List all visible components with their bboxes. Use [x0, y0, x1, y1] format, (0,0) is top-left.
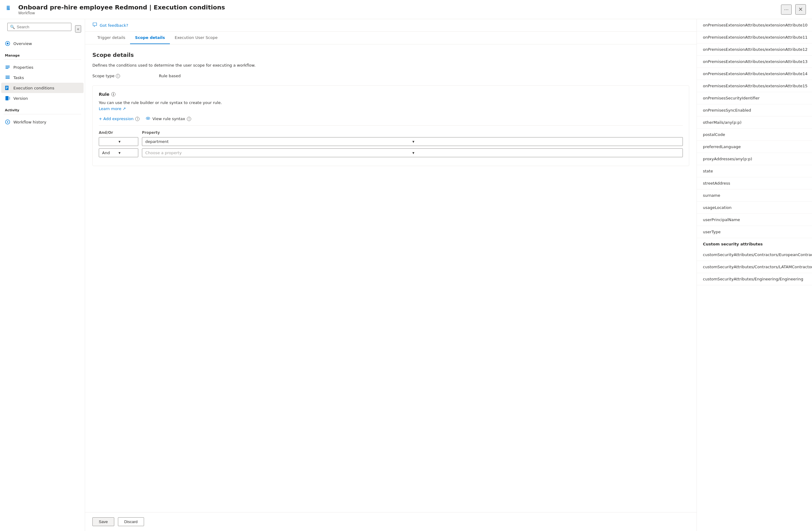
dropdown-item[interactable]: streetAddress: [697, 177, 812, 190]
dropdown-item[interactable]: preferredLanguage: [697, 141, 812, 153]
workflow-icon: [6, 5, 15, 14]
svg-rect-2: [7, 7, 10, 8]
sidebar-item-execution-conditions[interactable]: Execution conditions: [1, 83, 84, 93]
manage-nav: Properties Tasks Execution conditions: [0, 62, 85, 93]
and-or-select-1[interactable]: ▾: [99, 137, 138, 146]
properties-icon: [5, 65, 10, 70]
tasks-icon: [5, 75, 10, 80]
property-select-2[interactable]: Choose a property ▾: [142, 149, 683, 157]
dropdown-item[interactable]: onPremisesExtensionAttributes/extensionA…: [697, 19, 812, 31]
svg-point-22: [147, 118, 149, 119]
dropdown-item[interactable]: usageLocation: [697, 201, 812, 214]
save-button[interactable]: Save: [92, 517, 114, 526]
header-subtitle: Workflow: [18, 11, 777, 15]
dropdown-item[interactable]: userPrincipalName: [697, 214, 812, 226]
tasks-label: Tasks: [13, 75, 24, 80]
execution-conditions-label: Execution conditions: [13, 86, 54, 90]
add-expression-button[interactable]: + Add expression i: [99, 116, 140, 121]
property-dropdown-panel: onPremisesExtensionAttributes/extensionA…: [697, 19, 812, 531]
scope-type-label: Scope type i: [92, 74, 120, 78]
feedback-bar: Got feedback?: [85, 19, 697, 32]
svg-rect-4: [7, 9, 9, 10]
property-select-1[interactable]: department ▾: [142, 137, 683, 146]
header-main-title: Onboard pre-hire employee Redmond | Exec…: [18, 4, 777, 11]
tab-execution-user-scope[interactable]: Execution User Scope: [170, 32, 222, 44]
dropdown-item[interactable]: onPremisesExtensionAttributes/extensionA…: [697, 56, 812, 68]
dropdown-item[interactable]: onPremisesSyncEnabled: [697, 104, 812, 116]
version-nav: Version: [0, 93, 85, 103]
tab-scope-details[interactable]: Scope details: [130, 32, 170, 44]
version-label: Version: [13, 96, 28, 101]
svg-rect-3: [7, 8, 10, 9]
sidebar-item-workflow-history[interactable]: Workflow history: [1, 117, 84, 127]
scope-type-info-icon: i: [116, 74, 120, 78]
dropdown-item[interactable]: surname: [697, 190, 812, 201]
tab-trigger-details[interactable]: Trigger details: [92, 32, 130, 44]
scope-type-row: Scope type i Rule based: [92, 74, 689, 78]
rule-description: You can use the rule builder or rule syn…: [99, 100, 683, 105]
sidebar-item-version[interactable]: Version: [1, 93, 84, 103]
sidebar-item-overview[interactable]: Overview: [1, 38, 84, 48]
svg-point-6: [7, 43, 9, 44]
search-box: 🔍: [7, 23, 71, 31]
discard-button[interactable]: Discard: [118, 517, 144, 526]
rule-section: Rule i You can use the rule builder or r…: [92, 85, 689, 166]
sidebar-item-properties[interactable]: Properties: [1, 62, 84, 72]
dropdown-item[interactable]: proxyAddresses/any(p:p): [697, 153, 812, 165]
dropdown-section-header: Custom security attributes: [697, 238, 812, 249]
svg-rect-16: [6, 88, 7, 89]
sidebar-nav: Overview: [0, 38, 85, 48]
svg-rect-9: [5, 68, 9, 69]
rule-row: ▾ department ▾: [99, 137, 683, 146]
dropdown-item[interactable]: userType: [697, 226, 812, 238]
svg-rect-1: [7, 6, 10, 7]
svg-rect-17: [5, 96, 9, 100]
dropdown-item[interactable]: onPremisesExtensionAttributes/extensionA…: [697, 31, 812, 43]
chevron-down-icon: ▾: [412, 151, 680, 155]
dropdown-item[interactable]: otherMails/any(p:p): [697, 116, 812, 129]
sidebar: 🔍 « Overview Manage: [0, 19, 85, 531]
execution-conditions-icon: [5, 85, 10, 90]
dropdown-item[interactable]: onPremisesExtensionAttributes/extensionA…: [697, 43, 812, 56]
rule-info-icon: i: [111, 92, 115, 96]
dropdown-item[interactable]: state: [697, 165, 812, 177]
dropdown-item[interactable]: postalCode: [697, 129, 812, 141]
manage-section-label: Manage: [0, 48, 85, 59]
eye-icon: [146, 116, 150, 122]
svg-rect-18: [9, 97, 10, 100]
scope-type-value: Rule based: [159, 74, 181, 78]
dropdown-item[interactable]: onPremisesExtensionAttributes/extensionA…: [697, 80, 812, 92]
and-or-select-2[interactable]: And ▾: [99, 149, 138, 157]
collapse-sidebar-button[interactable]: «: [75, 25, 81, 32]
feedback-icon: [92, 22, 97, 28]
body: 🔍 « Overview Manage: [0, 19, 812, 531]
scope-description: Defines the conditions used to determine…: [92, 63, 689, 68]
external-link-icon: ↗: [122, 107, 126, 111]
search-input[interactable]: [17, 25, 69, 29]
chevron-down-icon: ▾: [412, 139, 680, 144]
app-container: Onboard pre-hire employee Redmond | Exec…: [0, 0, 812, 531]
close-button[interactable]: ✕: [795, 4, 806, 15]
feedback-link[interactable]: Got feedback?: [100, 23, 128, 28]
overview-icon: [5, 41, 10, 46]
view-rule-syntax-button[interactable]: View rule syntax i: [146, 116, 191, 122]
activity-section-label: Activity: [0, 103, 85, 114]
more-options-button[interactable]: ···: [781, 4, 792, 15]
tabs-bar: Trigger details Scope details Execution …: [85, 32, 697, 44]
version-icon: [5, 96, 10, 101]
rule-table-header: And/Or Property: [99, 130, 683, 135]
dropdown-item[interactable]: customSecurityAttributes/Contractors/LAT…: [697, 261, 812, 273]
dropdown-item[interactable]: onPremisesExtensionAttributes/extensionA…: [697, 68, 812, 80]
learn-more-link[interactable]: Learn more ↗: [99, 107, 126, 111]
sidebar-item-tasks[interactable]: Tasks: [1, 72, 84, 83]
chevron-down-icon: ▾: [118, 151, 135, 155]
chevron-down-icon: ▾: [118, 139, 135, 144]
dropdown-item[interactable]: customSecurityAttributes/Engineering/Eng…: [697, 273, 812, 285]
workflow-history-label: Workflow history: [13, 120, 46, 124]
bottom-bar: Save Discard: [85, 512, 697, 531]
dropdown-item[interactable]: onPremisesSecurityIdentifier: [697, 92, 812, 104]
search-icon: 🔍: [10, 25, 15, 29]
rule-row: And ▾ Choose a property ▾: [99, 149, 683, 157]
rule-actions: + Add expression i View rule syntax i: [99, 116, 683, 126]
dropdown-item[interactable]: customSecurityAttributes/Contractors/Eur…: [697, 249, 812, 261]
